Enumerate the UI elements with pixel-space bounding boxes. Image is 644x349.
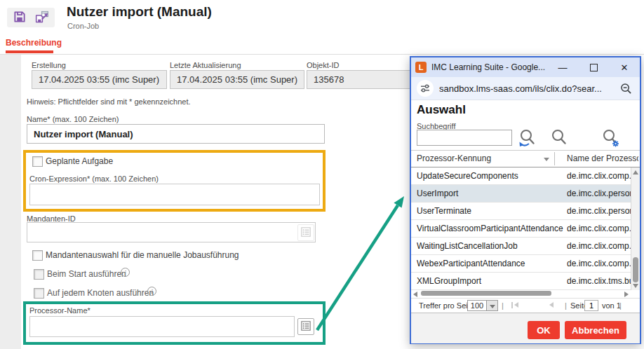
cell-kennung: VirtualClassroomParticipantAttendance bbox=[417, 220, 565, 237]
vertical-scrollbar[interactable] bbox=[631, 167, 640, 290]
info-icon bbox=[121, 268, 130, 277]
per-page-dropdown-button[interactable] bbox=[486, 300, 498, 311]
popup-footer: OK Abbrechen bbox=[411, 313, 640, 343]
processor-name-label: Processor-Name* bbox=[29, 306, 90, 315]
separator: | bbox=[502, 301, 504, 310]
table-row[interactable]: VirtualClassroomParticipantAttendance de… bbox=[411, 220, 640, 238]
per-page-value: 100 bbox=[467, 300, 487, 311]
ok-button[interactable]: OK bbox=[528, 321, 560, 339]
search-reset-button[interactable] bbox=[518, 128, 537, 150]
separator: | bbox=[565, 301, 567, 310]
table-row[interactable]: WebexParticipantAttendance de.imc.clix.c… bbox=[411, 255, 640, 273]
table-row[interactable]: XMLGroupImport de.imc.clix.tms.bu bbox=[411, 273, 640, 290]
popup-body: Auswahl Suchbegriff bbox=[411, 100, 640, 343]
cell-kennung: WaitingListCancellationJob bbox=[417, 238, 565, 254]
suchbegriff-input[interactable] bbox=[417, 130, 512, 146]
table-rows: UpdateSecureComponents de.imc.clix.comp.… bbox=[411, 167, 640, 290]
column-header-prozessor-kennung[interactable]: Prozessor-Kennung bbox=[417, 151, 491, 167]
letzte-aktualisierung-label: Letzte Aktualisierung bbox=[170, 61, 241, 69]
scroll-down-icon[interactable] bbox=[633, 284, 638, 288]
list-select-icon bbox=[301, 227, 311, 239]
cell-klasse: de.imc.clix.person bbox=[567, 203, 633, 219]
mandanten-id-select-button bbox=[297, 224, 314, 241]
minimize-button[interactable]: — bbox=[547, 57, 578, 77]
cell-klasse: de.imc.clix.comp. bbox=[567, 255, 633, 272]
column-header-prozessorklasse[interactable]: Name der Prozessorklasse bbox=[567, 151, 638, 167]
auf-jedem-knoten-checkbox bbox=[34, 288, 44, 299]
save-button[interactable] bbox=[11, 9, 28, 26]
table-row[interactable]: UserTerminate de.imc.clix.person bbox=[411, 203, 640, 220]
name-label: Name* (max. 100 Zeichen) bbox=[27, 115, 119, 123]
geplante-aufgabe-checkbox[interactable] bbox=[32, 156, 43, 167]
cell-klasse: de.imc.clix.comp. bbox=[567, 167, 633, 184]
required-fields-hint: Hinweis: Pflichtfelder sind mit * gekenn… bbox=[27, 97, 191, 106]
advanced-search-icon bbox=[601, 139, 620, 150]
table-row[interactable]: WaitingListCancellationJob de.imc.clix.c… bbox=[411, 238, 640, 255]
erstellung-label: Erstellung bbox=[32, 61, 66, 69]
mandantenauswahl-label: Mandantenauswahl für die manuelle Jobaus… bbox=[46, 250, 239, 260]
cell-kennung: UpdateSecureComponents bbox=[417, 167, 565, 184]
geplante-aufgabe-label: Geplante Aufgabe bbox=[46, 156, 113, 166]
page-of-label: von 1 bbox=[602, 301, 621, 310]
site-settings-icon[interactable] bbox=[417, 80, 434, 97]
save-and-close-button[interactable] bbox=[34, 9, 51, 26]
close-button[interactable]: ✕ bbox=[609, 57, 640, 77]
popup-heading: Auswahl bbox=[417, 103, 466, 117]
horizontal-scrollbar-thumb[interactable] bbox=[421, 291, 551, 296]
cell-kennung: UserTerminate bbox=[417, 203, 565, 219]
processor-name-select-button[interactable] bbox=[297, 318, 314, 335]
tab-active-underline bbox=[6, 50, 53, 53]
advanced-search-button[interactable] bbox=[601, 128, 620, 150]
table-row[interactable]: UpdateSecureComponents de.imc.clix.comp. bbox=[411, 167, 640, 185]
column-filter-dropdown-icon[interactable] bbox=[544, 158, 549, 161]
cell-klasse: de.imc.clix.comp. bbox=[567, 220, 633, 237]
search-reset-icon bbox=[518, 139, 537, 150]
mandantenauswahl-checkbox[interactable] bbox=[32, 250, 43, 261]
letzte-aktualisierung-field bbox=[170, 70, 304, 89]
name-field[interactable] bbox=[27, 124, 325, 144]
tab-beschreibung[interactable]: Beschreibung bbox=[6, 38, 62, 48]
processor-name-field[interactable] bbox=[29, 316, 295, 337]
search-button[interactable] bbox=[551, 128, 568, 150]
table-row-selected[interactable]: UserImport de.imc.clix.person bbox=[411, 185, 640, 203]
cell-kennung: WebexParticipantAttendance bbox=[417, 255, 565, 272]
scroll-left-icon[interactable] bbox=[413, 292, 417, 297]
page-title: Nutzer import (Manual) bbox=[67, 4, 212, 20]
popup-titlebar: L IMC Learning Suite - Google... — ✕ bbox=[411, 57, 640, 77]
toolbar bbox=[7, 8, 55, 27]
beim-start-checkbox bbox=[34, 269, 44, 280]
imc-favicon: L bbox=[415, 62, 427, 73]
scroll-up-icon[interactable] bbox=[633, 170, 638, 174]
maximize-button[interactable] bbox=[578, 57, 609, 77]
selection-popup-window: L IMC Learning Suite - Google... — ✕ san… bbox=[410, 56, 641, 344]
first-page-icon[interactable] bbox=[511, 302, 520, 308]
scroll-right-icon[interactable] bbox=[624, 292, 629, 297]
header-divider bbox=[0, 54, 644, 55]
vertical-scrollbar-thumb[interactable] bbox=[633, 257, 638, 282]
mandanten-id-field[interactable] bbox=[27, 222, 316, 242]
cell-klasse: de.imc.clix.person bbox=[567, 185, 633, 202]
cell-klasse: de.imc.clix.comp. bbox=[567, 238, 633, 254]
auf-jedem-knoten-label: Auf jedem Knoten ausführen bbox=[47, 288, 154, 298]
cell-klasse: de.imc.clix.tms.bu bbox=[567, 273, 633, 289]
cron-job-edit-page: Nutzer import (Manual) Cron-Job Beschrei… bbox=[0, 0, 644, 349]
pagination-bar: Treffer pro Seite: 100 | | Seite von 1 | bbox=[411, 298, 640, 313]
search-icon bbox=[551, 139, 568, 150]
save-and-close-icon bbox=[34, 10, 50, 26]
separator: | bbox=[619, 301, 622, 310]
cell-kennung: XMLGroupImport bbox=[417, 273, 565, 289]
list-select-icon bbox=[301, 321, 311, 333]
maximize-icon bbox=[590, 64, 598, 71]
horizontal-scrollbar[interactable] bbox=[411, 290, 640, 298]
zoom-icon[interactable] bbox=[617, 80, 634, 97]
url-text[interactable]: sandbox.lms-saas.com/ils/clix.do?sear... bbox=[439, 83, 617, 94]
beim-start-label: Beim Start ausführen bbox=[47, 269, 126, 279]
cron-expression-field[interactable] bbox=[29, 184, 320, 205]
page-number-input[interactable] bbox=[584, 300, 598, 311]
column-divider bbox=[554, 152, 555, 165]
cancel-button[interactable]: Abbrechen bbox=[565, 321, 626, 339]
cell-kennung: UserImport bbox=[417, 185, 565, 202]
objekt-id-field bbox=[307, 70, 412, 89]
page-subtitle: Cron-Job bbox=[67, 22, 99, 30]
previous-page-icon[interactable] bbox=[549, 302, 554, 308]
